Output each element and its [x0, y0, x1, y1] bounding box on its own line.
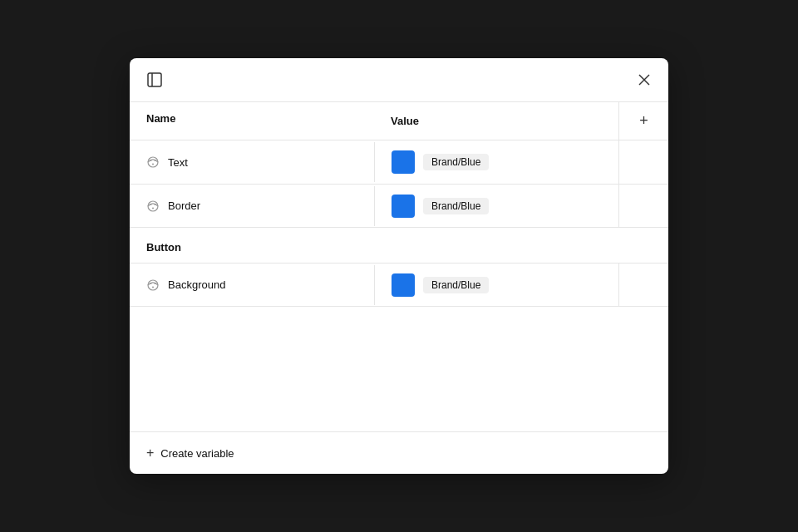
action-cell-border: [618, 185, 668, 227]
svg-point-4: [148, 157, 158, 167]
action-cell-text: [618, 140, 668, 184]
add-column-icon[interactable]: +: [639, 112, 648, 130]
table-header-row: Name Value +: [130, 102, 668, 140]
svg-point-15: [152, 286, 154, 288]
sidebar-toggle-icon[interactable]: [146, 71, 163, 88]
button-group-label: Button: [146, 241, 181, 254]
color-swatch-text[interactable]: [392, 150, 415, 174]
value-column-header: Value: [374, 102, 618, 140]
row-name-border: Border: [168, 200, 200, 212]
group-button: Button Background Brand/Blue: [130, 228, 668, 307]
color-swatch-background[interactable]: [392, 273, 415, 297]
name-cell-background: Background: [130, 270, 374, 300]
header-left: [146, 71, 163, 88]
create-variable-label: Create variable: [160, 447, 234, 460]
value-badge-text[interactable]: Brand/Blue: [423, 154, 489, 170]
palette-icon: [146, 200, 160, 213]
add-column-header[interactable]: +: [618, 102, 668, 140]
row-name-text: Text: [168, 156, 188, 169]
table-row: Background Brand/Blue: [130, 263, 668, 306]
name-cell-text: Text: [130, 147, 374, 177]
value-badge-border[interactable]: Brand/Blue: [423, 198, 489, 214]
value-cell-text: Brand/Blue: [374, 142, 618, 182]
group-default: Text Brand/Blue Border: [130, 140, 668, 228]
value-cell-background: Brand/Blue: [374, 265, 618, 305]
modal-header: [130, 58, 668, 102]
svg-point-12: [148, 280, 158, 290]
close-icon[interactable]: [637, 72, 652, 87]
svg-point-11: [152, 207, 154, 209]
variables-modal: Name Value + Text: [130, 58, 668, 474]
svg-rect-0: [148, 73, 161, 86]
svg-point-7: [152, 164, 154, 165]
palette-icon: [146, 155, 160, 169]
color-swatch-border[interactable]: [392, 195, 415, 218]
row-name-background: Background: [168, 278, 225, 291]
svg-point-8: [148, 201, 158, 211]
table-row: Text Brand/Blue: [130, 140, 668, 184]
table-row: Border Brand/Blue: [130, 184, 668, 227]
name-column-header: Name: [130, 102, 374, 140]
palette-icon: [146, 278, 160, 292]
button-group-label-row: Button: [130, 228, 668, 263]
action-cell-background: [618, 264, 668, 306]
value-badge-background[interactable]: Brand/Blue: [423, 277, 489, 293]
create-plus-icon: +: [146, 446, 154, 461]
name-cell-border: Border: [130, 191, 374, 221]
value-cell-border: Brand/Blue: [374, 186, 618, 226]
create-variable-row[interactable]: + Create variable: [130, 431, 668, 474]
spacer: [130, 307, 668, 431]
